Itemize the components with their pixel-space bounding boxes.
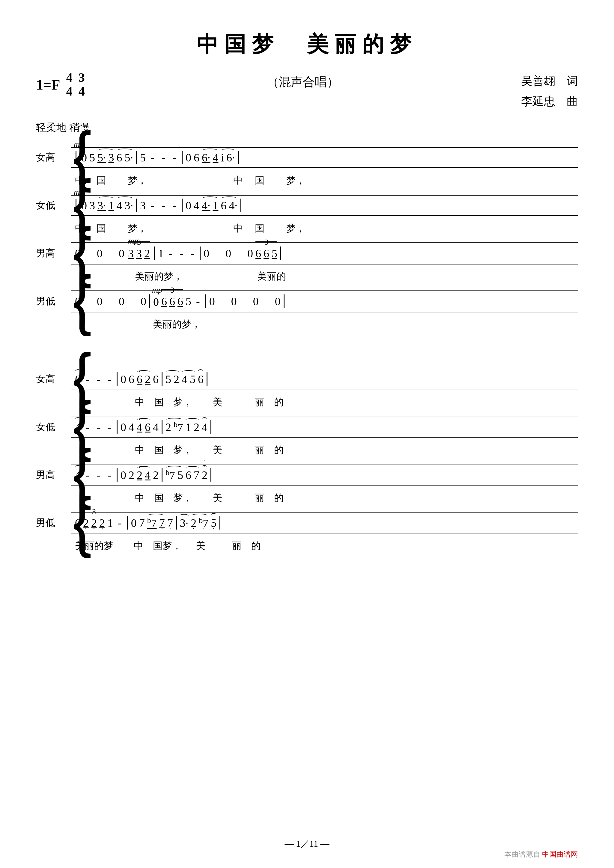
arc-group: 5· 3 (96, 151, 115, 164)
note: 5· (125, 151, 134, 164)
note: 0 (119, 247, 124, 260)
brace-bass: ｛ (60, 287, 71, 315)
note: 6 (129, 373, 134, 386)
rest-dash: - (85, 420, 89, 434)
barline (210, 468, 211, 482)
note: 5 (272, 247, 277, 260)
rest-dash: - (190, 247, 194, 260)
alto-lyrics-2: 中 国 梦， 美 丽 的 (71, 442, 578, 458)
dynamic-mp-alto: mp (74, 187, 84, 197)
note: 0 (225, 247, 231, 260)
note (83, 293, 95, 309)
note: 0 (97, 247, 103, 260)
barline (200, 246, 201, 260)
triplet-665: 6 6 5 (254, 247, 278, 260)
tenor-music-2: 4 - - - 0 2 2· 4 2 b7 5 6 7 2·· (71, 465, 578, 485)
note: 0 (75, 247, 81, 260)
note: 5 (140, 151, 146, 164)
note: 0 (247, 247, 253, 260)
bass-lyrics-row-2: 美丽的梦 中 国梦， 美 丽 的 (36, 538, 578, 554)
barline (117, 372, 118, 386)
arc-group: 4· 6 (135, 420, 152, 434)
bass-music-row: 男低 ｛ 0 0 0 0 mp 0 6· 6· 6· 5 - 0 (36, 287, 578, 315)
rest-dash: - (107, 373, 111, 386)
key-text: 1=F (36, 76, 60, 93)
lyricist-label: 词 (567, 74, 578, 87)
note: 6· (226, 151, 235, 164)
tenor-lyrics-row: 美丽的梦， 美丽的 (36, 269, 578, 284)
note: 6 (264, 247, 269, 260)
barline (182, 151, 183, 164)
note: 0 (275, 295, 281, 308)
arc-group: 6· 2 (135, 373, 152, 386)
note: 3 (136, 247, 142, 260)
arc-group-3: 6· 4 (201, 151, 220, 164)
note: 4· (202, 199, 210, 212)
arc-group: 3· 1 (96, 199, 115, 212)
note: 2· (91, 516, 97, 530)
rest-dash: - (180, 247, 183, 260)
dynamic-mp: mp (74, 139, 84, 149)
note: 6 (255, 247, 261, 260)
note (218, 293, 229, 309)
barline (284, 294, 284, 308)
time-sig-1: 44 (66, 71, 73, 98)
note: 3 (140, 199, 146, 212)
note: 4 (194, 199, 199, 212)
bass-lyrics: 美丽的梦， (71, 316, 578, 332)
triplet-332: 3 3 2 (127, 247, 151, 260)
note: 0 (141, 295, 146, 308)
note-fermata-2: 2·· (202, 468, 207, 482)
note: 2 (145, 373, 151, 386)
page-footer: — 1／11 — (36, 838, 578, 850)
note: 6· (169, 295, 175, 308)
soprano-music-row: 女高 ｛ mp 0 5 5· 3 6 5· 5 (36, 143, 578, 172)
barline (162, 420, 163, 434)
note: 0 (253, 295, 259, 308)
note: 5 (186, 295, 191, 308)
tenor-lyrics-2: 中 国 梦， 美 丽 的 (71, 490, 578, 506)
rest-dash: - (96, 373, 100, 386)
barline (149, 294, 150, 308)
barline (154, 246, 155, 260)
note: 0 (131, 516, 137, 530)
note: 0 (186, 199, 191, 212)
rest-dash: - (85, 468, 89, 482)
note: 1 (107, 516, 113, 530)
note (239, 293, 251, 309)
note: 5 (190, 373, 196, 386)
barline (136, 151, 137, 164)
arc-group: 2· 4 (135, 468, 152, 482)
note: 5 (89, 151, 95, 164)
note (127, 293, 138, 309)
note: 6 (117, 151, 122, 164)
note: 5 (165, 373, 171, 386)
bass-music: 0 0 0 0 mp 0 6· 6· 6· 5 - 0 0 (71, 290, 578, 312)
note (211, 246, 223, 261)
rest-dash: - (173, 151, 176, 164)
soprano-lyrics-row-2: 中 国 梦， 美 丽 的 (36, 394, 578, 410)
note: 3· (125, 199, 134, 212)
note: 6 (186, 468, 191, 482)
barline (117, 420, 118, 434)
note: 1 (158, 247, 164, 260)
note: 0 (119, 295, 124, 308)
note: 7 (194, 468, 199, 482)
section-2: 女高 ｛ 6 - - - 0 6 6· 2 6 5 2 4 (36, 365, 578, 554)
note: 1 (186, 420, 191, 434)
bass-lyrics-2: 美丽的梦 中 国梦， 美 丽 的 (71, 538, 578, 554)
note: b7· (147, 516, 157, 530)
note: 0 (75, 516, 81, 530)
note: 2 (153, 468, 159, 482)
note: 4 (213, 151, 218, 164)
bass-music-2: 0 2· 2· 2· 1 - 0 7 b7· 7· 7· 3· (71, 513, 578, 533)
alto-music-row: 女低 ｛ mp 0 3 3· 1 4 3· 3 - - - 0 4 (36, 191, 578, 220)
note: 3 (109, 151, 114, 164)
note: 3· (180, 516, 188, 530)
bass-lyrics-row: 美丽的梦， (36, 316, 578, 332)
note: 3· (98, 199, 106, 212)
barline (136, 198, 137, 212)
note: 6 (194, 151, 199, 164)
barline (117, 468, 118, 482)
barline (127, 516, 128, 530)
